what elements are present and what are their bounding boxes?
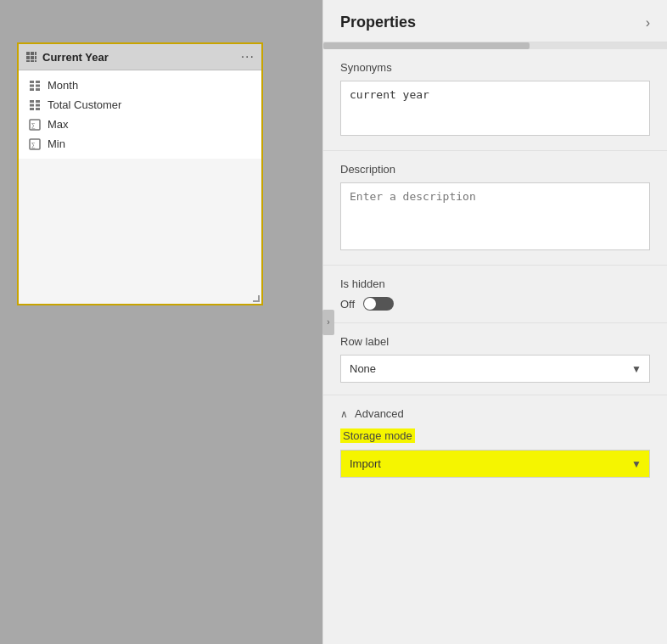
storage-mode-section: Storage mode Import DirectQuery Dual ▼	[323, 428, 667, 490]
field-item-total-customer[interactable]: Total Customer	[19, 95, 261, 115]
svg-rect-10	[36, 81, 40, 83]
svg-rect-2	[35, 52, 36, 55]
svg-rect-6	[26, 60, 30, 62]
row-label-label: Row label	[340, 335, 650, 348]
storage-mode-label: Storage mode	[340, 428, 415, 443]
resize-handle[interactable]	[253, 295, 260, 302]
storage-mode-select[interactable]: Import DirectQuery Dual	[340, 450, 650, 478]
field-label-max: Max	[48, 118, 69, 131]
row-label-section: Row label None ▼	[323, 323, 667, 395]
storage-mode-select-wrapper: Import DirectQuery Dual ▼	[340, 450, 650, 478]
is-hidden-toggle[interactable]	[363, 297, 394, 311]
scrollbar-top	[323, 42, 667, 49]
toggle-off-label: Off	[340, 298, 355, 311]
description-label: Description	[340, 163, 650, 176]
widget-title: Current Year	[25, 51, 109, 64]
synonyms-label: Synonyms	[340, 61, 650, 74]
table-icon-total-customer	[29, 99, 41, 111]
row-label-select-wrapper: None ▼	[340, 355, 650, 383]
synonyms-section: Synonyms	[323, 49, 667, 151]
field-item-max[interactable]: ∑ Max	[19, 115, 261, 134]
expand-arrow-button[interactable]: ›	[322, 310, 334, 335]
svg-rect-0	[26, 52, 30, 55]
svg-rect-4	[31, 56, 34, 59]
svg-rect-17	[30, 104, 34, 106]
svg-rect-18	[36, 104, 40, 106]
svg-rect-12	[36, 84, 40, 87]
toggle-knob	[364, 298, 376, 310]
table-widget: Current Year ··· Month	[17, 42, 263, 305]
svg-rect-15	[30, 100, 34, 103]
svg-rect-8	[35, 60, 36, 62]
svg-text:∑: ∑	[31, 142, 36, 148]
advanced-label: Advanced	[355, 407, 404, 420]
svg-rect-20	[36, 108, 40, 110]
svg-rect-19	[30, 108, 34, 110]
is-hidden-label: Is hidden	[340, 277, 650, 290]
synonyms-input[interactable]	[340, 81, 650, 136]
row-label-select[interactable]: None	[340, 355, 650, 383]
svg-rect-1	[31, 52, 34, 55]
properties-title: Properties	[340, 14, 416, 31]
is-hidden-section: Is hidden Off	[323, 266, 667, 323]
advanced-chevron-icon: ∧	[340, 408, 348, 420]
chevron-right-icon[interactable]: ›	[646, 15, 650, 31]
widget-body: Month Total Customer ∑	[19, 70, 261, 159]
description-section: Description	[323, 151, 667, 266]
widget-header: Current Year ···	[19, 44, 261, 70]
svg-rect-14	[36, 88, 40, 91]
dots-menu-button[interactable]: ···	[241, 49, 255, 64]
svg-rect-13	[30, 88, 34, 91]
right-panel: Properties › Synonyms Description Is hid…	[322, 0, 667, 644]
field-item-min[interactable]: ∑ Min	[19, 134, 261, 154]
grid-icon	[25, 51, 37, 63]
field-item-month[interactable]: Month	[19, 76, 261, 95]
svg-rect-7	[31, 60, 34, 62]
description-input[interactable]	[340, 182, 650, 250]
svg-rect-5	[35, 56, 36, 59]
svg-rect-3	[26, 56, 30, 59]
svg-rect-9	[30, 81, 34, 83]
left-panel: Current Year ··· Month	[0, 0, 322, 644]
svg-rect-16	[36, 100, 40, 103]
calc-icon-min: ∑	[29, 138, 41, 150]
field-label-month: Month	[48, 79, 78, 92]
widget-title-text: Current Year	[42, 51, 109, 64]
table-icon-month	[29, 80, 41, 92]
calc-icon-max: ∑	[29, 119, 41, 131]
properties-header: Properties ›	[323, 0, 667, 42]
field-label-min: Min	[48, 137, 65, 150]
toggle-row: Off	[340, 297, 650, 311]
field-label-total-customer: Total Customer	[48, 98, 121, 111]
svg-rect-11	[30, 84, 34, 87]
advanced-section-header[interactable]: ∧ Advanced	[323, 395, 667, 428]
svg-text:∑: ∑	[31, 122, 36, 129]
scrollbar-thumb[interactable]	[323, 42, 530, 49]
